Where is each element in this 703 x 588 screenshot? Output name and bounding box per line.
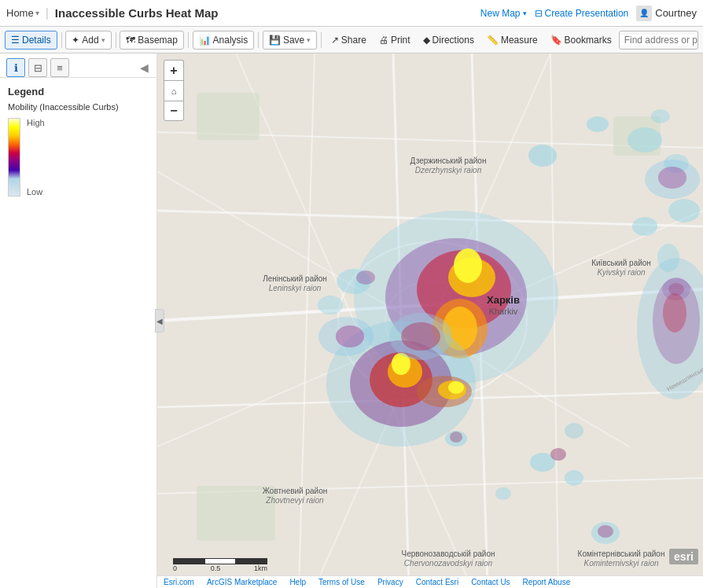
create-presentation-button[interactable]: ⊟ Create Presentation	[535, 8, 629, 19]
home-menu[interactable]: Home ▾	[6, 7, 39, 19]
scale-seg-1	[173, 558, 204, 564]
share-button[interactable]: ↗ Share	[326, 31, 372, 50]
privacy-link[interactable]: Privacy	[377, 578, 403, 586]
esri-logo: esri	[669, 549, 698, 564]
gradient-labels: High Low	[27, 118, 45, 197]
toolbar-divider-2	[116, 32, 116, 48]
save-icon: 💾	[269, 35, 281, 46]
toolbar-divider-1	[61, 32, 62, 48]
save-button[interactable]: 💾 Save ▾	[263, 31, 317, 50]
svg-point-55	[565, 470, 583, 486]
svg-point-64	[663, 293, 686, 333]
svg-point-52	[336, 325, 364, 347]
search-input[interactable]	[620, 35, 698, 46]
toolbar: ☰ Details ✦ Add ▾ 🗺 Basemap 📊 Analysis 💾…	[0, 27, 703, 53]
analysis-button[interactable]: 📊 Analysis	[193, 31, 255, 50]
basemap-icon: 🗺	[126, 35, 135, 46]
map-title: Inaccessible Curbs Heat Map	[55, 6, 474, 20]
toolbar-divider-3	[188, 32, 189, 48]
add-button[interactable]: ✦ Add ▾	[65, 31, 111, 50]
svg-text:Leninskyi raion: Leninskyi raion	[269, 284, 322, 292]
svg-point-41	[632, 217, 657, 236]
measure-button[interactable]: 📏 Measure	[481, 31, 543, 50]
list-tab[interactable]: ≡	[50, 58, 69, 77]
panel-collapse-arrow[interactable]: ◀	[155, 309, 164, 333]
toolbar-divider-5	[321, 32, 322, 48]
help-link[interactable]: Help	[289, 578, 306, 586]
svg-text:Kharkiv: Kharkiv	[489, 307, 518, 316]
main-area: ℹ ⊟ ≡ ◀ Legend Mobility (Inaccessible Cu…	[0, 53, 703, 588]
scale-bar: 0 0.5 1km	[173, 558, 267, 572]
svg-text:Ленінський район: Ленінський район	[263, 274, 327, 283]
basemap-button[interactable]: 🗺 Basemap	[120, 31, 184, 50]
esri-link[interactable]: Esri.com	[164, 578, 194, 586]
details-button[interactable]: ☰ Details	[5, 31, 57, 50]
svg-text:Zhovtnevyi raion: Zhovtnevyi raion	[265, 496, 324, 505]
svg-point-43	[668, 199, 700, 222]
share-icon: ↗	[331, 35, 339, 46]
scale-seg-3	[236, 558, 267, 564]
left-panel: ℹ ⊟ ≡ ◀ Legend Mobility (Inaccessible Cu…	[0, 53, 157, 588]
svg-point-58	[598, 525, 613, 538]
svg-point-49	[356, 270, 375, 285]
svg-point-35	[401, 322, 440, 351]
toolbar-divider-4	[258, 32, 259, 48]
bookmarks-button[interactable]: 🔖 Bookmarks	[545, 31, 617, 50]
map-area[interactable]: Дзержинський район Dzerzhynskyi raion Ле…	[157, 53, 703, 588]
marketplace-link[interactable]: ArcGIS Marketplace	[207, 578, 277, 586]
legend-layer-name: Mobility (Inaccessible Curbs)	[8, 102, 149, 112]
search-box: 🔍	[619, 31, 698, 50]
svg-text:Харків: Харків	[487, 294, 520, 306]
scale-seg-2	[204, 558, 236, 564]
print-icon: 🖨	[379, 35, 388, 46]
svg-point-39	[651, 109, 670, 123]
zoom-in-button[interactable]: +	[164, 60, 184, 80]
collapse-panel-button[interactable]: ◀	[138, 58, 150, 77]
svg-point-33	[448, 381, 464, 394]
gradient-bar	[8, 118, 20, 197]
svg-point-59	[565, 423, 583, 439]
svg-text:Dzerzhynskyi raion: Dzerzhynskyi raion	[415, 166, 482, 175]
user-icon: 👤	[636, 6, 652, 21]
new-map-button[interactable]: New Map ▾	[480, 8, 527, 19]
svg-rect-16	[197, 93, 259, 140]
info-tab[interactable]: ℹ	[6, 58, 25, 77]
panel-tabs: ℹ ⊟ ≡ ◀	[0, 53, 156, 78]
svg-point-23	[454, 248, 482, 283]
bottom-links: Esri.com ArcGIS Marketplace Help Terms o…	[157, 575, 703, 588]
svg-text:Chervonozavodskyi raion: Chervonozavodskyi raion	[404, 559, 493, 568]
svg-text:Червонозаводській район: Червонозаводській район	[401, 549, 495, 558]
svg-point-38	[628, 127, 662, 153]
svg-point-37	[587, 116, 609, 132]
directions-button[interactable]: ◆ Directions	[418, 31, 480, 50]
svg-point-56	[495, 487, 511, 500]
scale-labels: 0 0.5 1km	[173, 564, 267, 572]
high-label: High	[27, 118, 45, 127]
user-button[interactable]: 👤 Courtney	[636, 6, 697, 21]
scale-label-half: 0.5	[211, 564, 221, 572]
home-arrow: ▾	[35, 9, 39, 17]
svg-point-47	[658, 167, 686, 189]
map-canvas: Дзержинський район Dzerzhynskyi raion Ле…	[157, 53, 703, 588]
bookmarks-icon: 🔖	[550, 35, 562, 46]
top-right-actions: New Map ▾ ⊟ Create Presentation 👤 Courtn…	[480, 6, 697, 21]
svg-point-61	[450, 432, 462, 443]
analysis-icon: 📊	[199, 35, 211, 46]
scale-label-1: 1km	[254, 564, 267, 572]
contact-us-link[interactable]: Contact Us	[471, 578, 510, 586]
details-icon: ☰	[11, 35, 20, 46]
report-link[interactable]: Report Abuse	[523, 578, 571, 586]
svg-text:Комінтернівський район: Комінтернівський район	[578, 549, 665, 558]
contact-link[interactable]: Contact Esri	[416, 578, 458, 586]
table-tab[interactable]: ⊟	[28, 58, 47, 77]
zoom-out-button[interactable]: −	[164, 101, 184, 121]
low-label: Low	[27, 187, 45, 197]
svg-text:Київський район: Київський район	[591, 259, 651, 267]
legend-gradient: High Low	[8, 118, 149, 197]
svg-point-54	[550, 448, 566, 461]
legend-section: Legend Mobility (Inaccessible Curbs) Hig…	[0, 78, 156, 588]
terms-link[interactable]: Terms of Use	[318, 578, 365, 586]
home-extent-button[interactable]: ⌂	[164, 80, 184, 101]
map-controls: + ⌂ −	[164, 60, 184, 121]
print-button[interactable]: 🖨 Print	[374, 31, 416, 50]
